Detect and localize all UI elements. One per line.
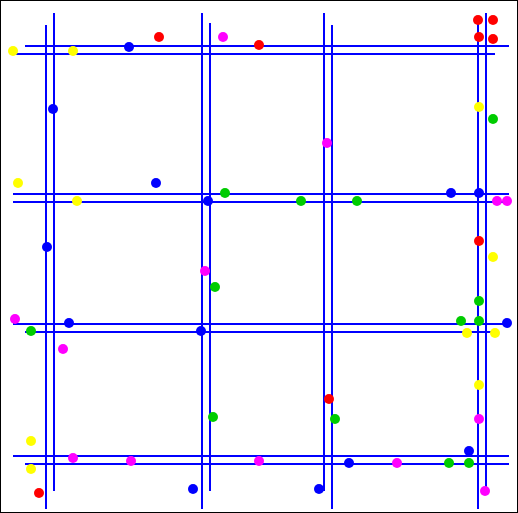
point-red — [34, 488, 44, 498]
grid-line-vertical — [45, 25, 47, 509]
point-blue — [474, 188, 484, 198]
point-yellow — [474, 102, 484, 112]
point-magenta — [10, 314, 20, 324]
point-blue — [314, 484, 324, 494]
point-blue — [196, 326, 206, 336]
grid-line-horizontal — [25, 463, 509, 465]
point-blue — [42, 242, 52, 252]
point-blue — [151, 178, 161, 188]
grid-line-horizontal — [13, 53, 495, 55]
point-green — [210, 282, 220, 292]
point-magenta — [502, 196, 512, 206]
grid-line-vertical — [331, 25, 333, 509]
diagram-canvas — [0, 0, 518, 513]
point-green — [444, 458, 454, 468]
point-green — [296, 196, 306, 206]
point-green — [352, 196, 362, 206]
point-magenta — [200, 266, 210, 276]
point-magenta — [322, 138, 332, 148]
point-red — [488, 15, 498, 25]
point-magenta — [392, 458, 402, 468]
grid-line-vertical — [477, 23, 479, 509]
grid-line-horizontal — [25, 331, 495, 333]
point-magenta — [254, 456, 264, 466]
point-yellow — [8, 46, 18, 56]
grid-line-vertical — [201, 13, 203, 509]
point-yellow — [72, 196, 82, 206]
point-yellow — [13, 178, 23, 188]
point-green — [474, 296, 484, 306]
point-yellow — [68, 46, 78, 56]
point-red — [473, 15, 483, 25]
point-blue — [64, 318, 74, 328]
point-red — [254, 40, 264, 50]
point-yellow — [488, 252, 498, 262]
point-green — [474, 316, 484, 326]
point-blue — [446, 188, 456, 198]
point-red — [154, 32, 164, 42]
point-green — [220, 188, 230, 198]
point-green — [456, 316, 466, 326]
point-yellow — [26, 464, 36, 474]
point-green — [464, 458, 474, 468]
point-red — [474, 236, 484, 246]
point-green — [330, 414, 340, 424]
grid-line-horizontal — [13, 201, 509, 203]
grid-line-horizontal — [13, 323, 509, 325]
grid-line-vertical — [323, 13, 325, 491]
point-red — [474, 32, 484, 42]
point-green — [208, 412, 218, 422]
point-magenta — [68, 453, 78, 463]
point-blue — [48, 104, 58, 114]
grid-line-vertical — [53, 13, 55, 491]
point-green — [26, 326, 36, 336]
point-yellow — [26, 436, 36, 446]
point-yellow — [462, 328, 472, 338]
point-blue — [464, 446, 474, 456]
point-blue — [502, 318, 512, 328]
grid-line-horizontal — [25, 45, 509, 47]
grid-line-horizontal — [13, 193, 509, 195]
point-magenta — [474, 414, 484, 424]
point-magenta — [492, 196, 502, 206]
point-magenta — [58, 344, 68, 354]
point-magenta — [126, 456, 136, 466]
point-magenta — [218, 32, 228, 42]
grid-line-vertical — [485, 13, 487, 491]
point-red — [324, 394, 334, 404]
point-yellow — [474, 380, 484, 390]
point-red — [488, 34, 498, 44]
point-blue — [124, 42, 134, 52]
point-blue — [203, 196, 213, 206]
point-blue — [188, 484, 198, 494]
point-magenta — [480, 486, 490, 496]
point-blue — [344, 458, 354, 468]
point-yellow — [490, 328, 500, 338]
point-green — [488, 114, 498, 124]
